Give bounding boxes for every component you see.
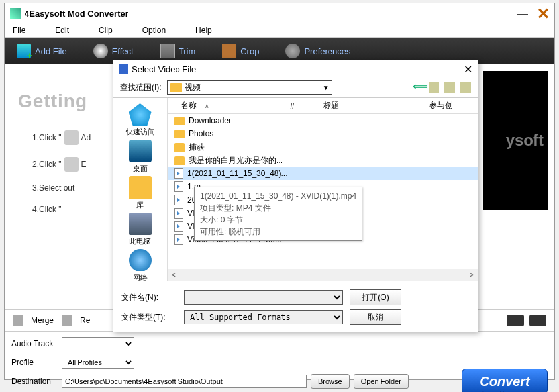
- video-file-icon: [174, 195, 183, 205]
- horizontal-scrollbar[interactable]: < >: [168, 269, 478, 281]
- convert-button[interactable]: Convert: [462, 369, 548, 392]
- scroll-left-icon[interactable]: <: [168, 271, 179, 279]
- sidebar-this-pc[interactable]: 此电脑: [129, 213, 152, 246]
- close-button[interactable]: [537, 7, 549, 19]
- library-icon: [129, 176, 152, 199]
- back-icon[interactable]: ⟸: [413, 82, 423, 93]
- steps-list: 1.Click "Ad 2.Click "E 3.Select out 4.Cl…: [32, 130, 91, 226]
- lookup-combo[interactable]: 视频 ▼: [167, 80, 332, 95]
- col-title[interactable]: 标题: [317, 100, 423, 111]
- video-file-icon: [174, 221, 183, 232]
- filename-input[interactable]: [184, 290, 343, 305]
- merge-icon: [13, 315, 23, 326]
- camera-icon[interactable]: [507, 315, 524, 326]
- titlebar[interactable]: 4Easysoft Mod Converter: [5, 3, 554, 23]
- folder-icon: [174, 156, 185, 165]
- open-button[interactable]: 打开(O): [350, 289, 401, 305]
- effect-icon: [93, 44, 108, 58]
- up-folder-icon[interactable]: [429, 82, 439, 93]
- cancel-button[interactable]: 取消: [350, 309, 401, 325]
- dialog-title: Select Video File: [132, 64, 196, 74]
- bottom-panel: Audio Track Profile All Profiles Destina…: [5, 332, 554, 392]
- places-sidebar: 快速访问 桌面 库 此电脑 网络: [113, 98, 168, 281]
- chevron-down-icon: ▼: [323, 84, 329, 91]
- audio-track-select[interactable]: [62, 337, 134, 350]
- trim-button[interactable]: Trim: [160, 44, 196, 58]
- folder-icon: [174, 130, 185, 138]
- menu-edit[interactable]: Edit: [55, 26, 69, 35]
- trim-icon: [160, 44, 175, 58]
- snapshot-icon[interactable]: [529, 315, 546, 326]
- rename-button[interactable]: Re: [80, 316, 90, 325]
- filename-label: 文件名(N):: [121, 292, 178, 303]
- list-item[interactable]: Photos: [168, 127, 478, 140]
- minimize-button[interactable]: [517, 14, 528, 15]
- star-icon: [129, 103, 152, 126]
- folder-icon: [174, 117, 185, 125]
- filetype-select[interactable]: All Supported Formats: [184, 310, 343, 324]
- getting-started-heading: Getting: [18, 91, 87, 112]
- view-menu-icon[interactable]: [460, 82, 471, 93]
- preview-panel: ysoft: [483, 71, 548, 210]
- audio-track-label: Audio Track: [11, 339, 58, 348]
- folder-icon: [170, 83, 182, 92]
- column-headers[interactable]: 名称∧ # 标题 参与创: [168, 98, 478, 114]
- rename-icon: [62, 315, 72, 326]
- dialog-footer: 文件名(N): 打开(O) 文件类型(T): All Supported For…: [113, 281, 478, 332]
- browse-button[interactable]: Browse: [311, 374, 350, 389]
- list-item[interactable]: Downloader: [168, 114, 478, 127]
- menu-file[interactable]: File: [13, 26, 25, 35]
- video-file-icon: [174, 208, 183, 219]
- add-file-button[interactable]: Add File: [17, 44, 67, 58]
- file-list-pane: 名称∧ # 标题 参与创 Downloader Photos 捕获 我是你的白月…: [168, 98, 478, 281]
- merge-button[interactable]: Merge: [31, 316, 54, 325]
- app-icon: [10, 8, 21, 19]
- sidebar-quick-access[interactable]: 快速访问: [126, 103, 155, 137]
- menu-clip[interactable]: Clip: [99, 26, 113, 35]
- sidebar-libraries[interactable]: 库: [129, 176, 152, 210]
- sort-asc-icon: ∧: [198, 103, 209, 109]
- lookup-label: 查找范围(I):: [120, 82, 162, 93]
- destination-label: Destination: [11, 377, 58, 386]
- list-item[interactable]: 捕获: [168, 140, 478, 154]
- dialog-titlebar[interactable]: Select Video File ✕: [113, 60, 478, 77]
- col-artist[interactable]: 参与创: [423, 100, 453, 111]
- window-title: 4Easysoft Mod Converter: [25, 9, 128, 19]
- profile-label: Profile: [11, 358, 58, 367]
- new-folder-icon[interactable]: [444, 82, 455, 93]
- menu-help[interactable]: Help: [195, 26, 212, 35]
- sidebar-desktop[interactable]: 桌面: [129, 140, 152, 173]
- dialog-close-button[interactable]: ✕: [464, 63, 472, 75]
- menu-option[interactable]: Option: [142, 26, 166, 35]
- file-tooltip: 1(2021_01_11_15_30_48) - XVID(1)(1).mp4 …: [194, 187, 362, 241]
- filetype-label: 文件类型(T):: [121, 312, 178, 323]
- sidebar-network[interactable]: 网络: [129, 249, 152, 283]
- col-number[interactable]: #: [283, 101, 317, 111]
- desktop-icon: [129, 140, 152, 162]
- destination-input[interactable]: [62, 375, 307, 388]
- menubar: File Edit Clip Option Help: [5, 23, 554, 38]
- network-icon: [129, 249, 152, 271]
- file-list[interactable]: Downloader Photos 捕获 我是你的白月光亦是你的... 1(20…: [168, 114, 478, 269]
- effect-button[interactable]: Effect: [93, 44, 134, 58]
- list-item[interactable]: 我是你的白月光亦是你的...: [168, 154, 478, 167]
- gear-icon: [285, 44, 300, 58]
- step-add-icon: [64, 130, 79, 145]
- video-file-icon: [174, 181, 183, 192]
- crop-icon: [222, 44, 236, 58]
- pc-icon: [129, 213, 152, 235]
- video-file-icon: [174, 168, 183, 179]
- scroll-right-icon[interactable]: >: [466, 271, 478, 279]
- add-icon: [17, 44, 31, 58]
- file-dialog: Select Video File ✕ 查找范围(I): 视频 ▼ ⟸ 快速访问…: [113, 60, 478, 332]
- col-name[interactable]: 名称∧: [168, 100, 283, 111]
- crop-button[interactable]: Crop: [222, 44, 259, 58]
- video-file-icon: [174, 234, 183, 245]
- dialog-nav: 查找范围(I): 视频 ▼ ⟸: [113, 77, 478, 97]
- preferences-button[interactable]: Preferences: [285, 44, 350, 58]
- step-effect-icon: [64, 157, 79, 172]
- list-item-selected[interactable]: 1(2021_01_11_15_30_48)...: [168, 167, 478, 180]
- profile-select[interactable]: All Profiles: [62, 356, 134, 369]
- open-folder-button[interactable]: Open Folder: [354, 374, 409, 389]
- dialog-icon: [119, 64, 128, 74]
